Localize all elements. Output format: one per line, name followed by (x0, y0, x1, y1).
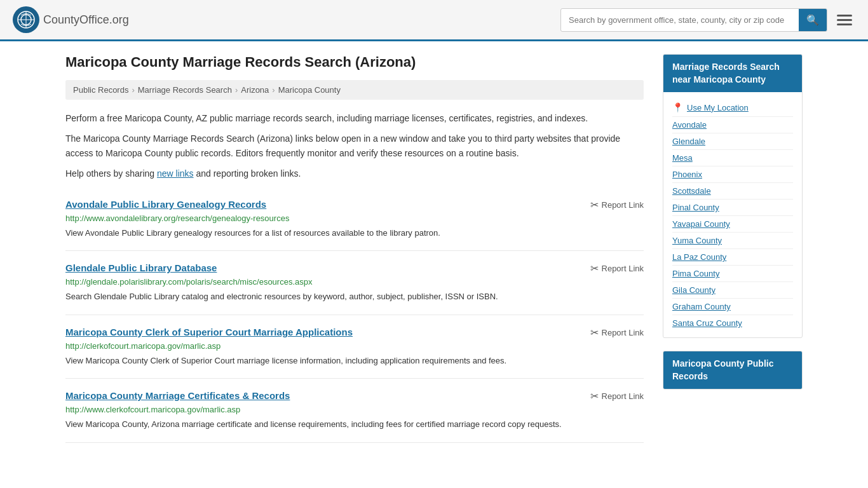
sidebar-public-records-header: Maricopa County Public Records (663, 351, 802, 389)
report-link-btn[interactable]: ✂ Report Link (590, 327, 644, 339)
result-desc: View Maricopa County Clerk of Superior C… (65, 355, 644, 367)
sidebar-item-glendale[interactable]: Glendale (672, 133, 793, 150)
sidebar-item-gila-county[interactable]: Gila County (672, 282, 793, 299)
result-url: http://clerkofcourt.maricopa.gov/marlic.… (65, 341, 644, 351)
result-header: Avondale Public Library Genealogy Record… (65, 199, 644, 211)
breadcrumb: Public Records › Marriage Records Search… (65, 80, 644, 100)
new-links-link[interactable]: new links (157, 168, 194, 179)
report-link-btn[interactable]: ✂ Report Link (590, 199, 644, 211)
breadcrumb-sep-2: › (235, 85, 238, 95)
result-desc: Search Glendale Public Library catalog a… (65, 290, 644, 303)
breadcrumb-arizona[interactable]: Arizona (241, 85, 269, 95)
breadcrumb-maricopa: Maricopa County (278, 85, 341, 95)
breadcrumb-marriage-records[interactable]: Marriage Records Search (138, 85, 232, 95)
sidebar-item-phoenix[interactable]: Phoenix (672, 166, 793, 183)
report-label: Report Link (602, 328, 644, 337)
search-button[interactable]: 🔍 (799, 9, 827, 31)
result-title[interactable]: Glendale Public Library Database (65, 262, 217, 273)
report-label: Report Link (602, 200, 644, 210)
sidebar-marriage-content: 📍 Use My Location Avondale Glendale Mesa… (663, 92, 802, 337)
main-content: Maricopa County Marriage Records Search … (65, 54, 644, 443)
sidebar-item-santa-cruz-county[interactable]: Santa Cruz County (672, 315, 793, 331)
report-label: Report Link (602, 264, 644, 273)
result-header: Maricopa County Marriage Certificates & … (65, 390, 644, 402)
sidebar: Marriage Records Search near Maricopa Co… (663, 54, 803, 443)
menu-line-2 (837, 19, 852, 21)
desc-2: The Maricopa County Marriage Records Sea… (65, 132, 644, 160)
sidebar-item-scottsdale[interactable]: Scottsdale (672, 183, 793, 200)
logo: CountyOffice.org (13, 6, 129, 33)
desc-3: Help others by sharing new links and rep… (65, 166, 644, 180)
report-icon: ✂ (590, 199, 599, 211)
location-pin-icon: 📍 (672, 102, 683, 112)
result-title[interactable]: Maricopa County Clerk of Superior Court … (65, 327, 353, 337)
result-url: http://www.avondalelibrary.org/research/… (65, 214, 644, 223)
result-header: Glendale Public Library Database ✂ Repor… (65, 262, 644, 274)
sidebar-item-pinal-county[interactable]: Pinal County (672, 200, 793, 216)
breadcrumb-sep-3: › (272, 85, 275, 95)
result-item: Maricopa County Marriage Certificates & … (65, 379, 644, 443)
sidebar-item-yuma-county[interactable]: Yuma County (672, 233, 793, 249)
sidebar-item-lapaz-county[interactable]: La Paz County (672, 249, 793, 266)
sidebar-item-avondale[interactable]: Avondale (672, 117, 793, 133)
page-title: Maricopa County Marriage Records Search … (65, 54, 644, 71)
header-search-area: 🔍 (560, 8, 855, 32)
sidebar-marriage-box: Marriage Records Search near Maricopa Co… (663, 54, 803, 338)
result-desc: View Maricopa County, Arizona marriage c… (65, 418, 644, 431)
sidebar-item-graham-county[interactable]: Graham County (672, 299, 793, 315)
page-container: Maricopa County Marriage Records Search … (53, 41, 815, 456)
report-icon: ✂ (590, 262, 599, 274)
report-icon: ✂ (590, 390, 599, 402)
result-item: Maricopa County Clerk of Superior Court … (65, 315, 644, 379)
result-item: Avondale Public Library Genealogy Record… (65, 187, 644, 252)
desc-1: Perform a free Maricopa County, AZ publi… (65, 111, 644, 125)
sidebar-item-yavapai-county[interactable]: Yavapai County (672, 216, 793, 233)
result-url: http://www.clerkofcourt.maricopa.gov/mar… (65, 405, 644, 414)
result-desc: View Avondale Public Library genealogy r… (65, 227, 644, 240)
sidebar-public-records-box: Maricopa County Public Records (663, 351, 803, 390)
report-label: Report Link (602, 391, 644, 401)
sidebar-item-mesa[interactable]: Mesa (672, 150, 793, 166)
use-my-location[interactable]: 📍 Use My Location (672, 98, 793, 117)
menu-line-3 (837, 24, 852, 25)
report-link-btn[interactable]: ✂ Report Link (590, 262, 644, 274)
menu-line-1 (837, 15, 852, 17)
desc-3-post: and reporting broken links. (194, 168, 301, 179)
result-url: http://glendale.polarislibrary.com/polar… (65, 277, 644, 287)
search-box: 🔍 (560, 8, 827, 32)
result-title[interactable]: Avondale Public Library Genealogy Record… (65, 199, 266, 210)
site-header: CountyOffice.org 🔍 (0, 0, 868, 41)
breadcrumb-public-records[interactable]: Public Records (73, 85, 128, 95)
result-header: Maricopa County Clerk of Superior Court … (65, 327, 644, 339)
use-my-location-link[interactable]: Use My Location (687, 103, 749, 112)
desc-3-pre: Help others by sharing (65, 168, 157, 179)
result-title[interactable]: Maricopa County Marriage Certificates & … (65, 390, 290, 401)
report-link-btn[interactable]: ✂ Report Link (590, 390, 644, 402)
result-item: Glendale Public Library Database ✂ Repor… (65, 251, 644, 315)
report-icon: ✂ (590, 327, 599, 339)
results-list: Avondale Public Library Genealogy Record… (65, 187, 644, 443)
search-input[interactable] (561, 10, 799, 30)
sidebar-item-pima-county[interactable]: Pima County (672, 266, 793, 282)
breadcrumb-sep-1: › (132, 85, 134, 95)
logo-icon (13, 6, 39, 33)
sidebar-marriage-header: Marriage Records Search near Maricopa Co… (663, 55, 802, 92)
logo-text: CountyOffice.org (43, 13, 129, 27)
menu-button[interactable] (834, 11, 855, 29)
